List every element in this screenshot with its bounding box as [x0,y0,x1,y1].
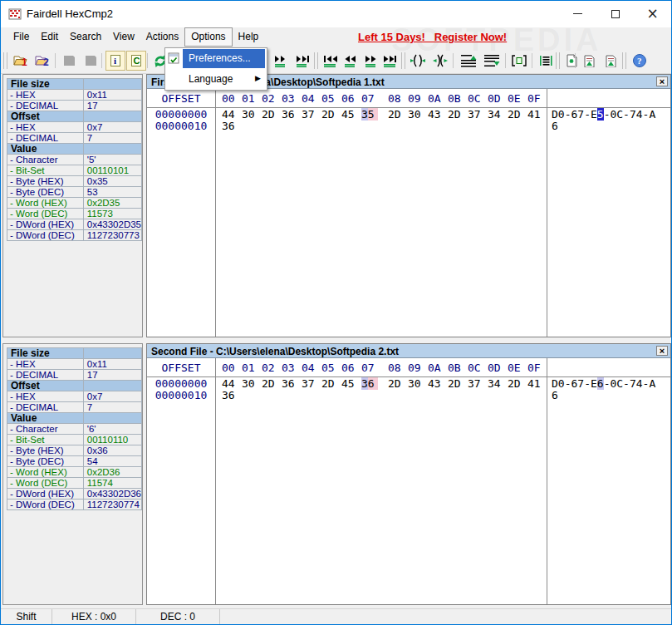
save-file-1-button[interactable] [59,51,79,71]
menu-search[interactable]: Search [64,27,107,47]
open-file-1-button[interactable]: 1 [12,51,32,71]
prev-difference-icon [272,54,289,67]
panel-close-button[interactable]: × [656,346,668,356]
hex-byte[interactable]: 2D [508,377,521,390]
toolbar: 12iC? [1,48,671,74]
preferences-icon [168,52,180,68]
hex-byte[interactable]: 37 [468,108,481,121]
hex-byte[interactable]: 36 [282,108,295,121]
hex-byte[interactable]: 2D [262,108,275,121]
menu-view[interactable]: View [107,27,140,47]
info-section-header: File size [7,348,142,359]
hex-byte[interactable]: 43 [428,108,441,121]
hex-byte[interactable]: 2D [321,377,335,390]
prev-difference-button[interactable] [271,51,291,71]
menu-actions[interactable]: Actions [140,27,184,47]
trial-promo-link[interactable]: Left 15 Days! Register Now! [358,31,507,43]
titlebar: Fairdell HexCmp2 × [1,1,671,27]
toolbar-grip [3,52,7,69]
hex-byte[interactable]: 37 [468,377,481,390]
svg-text:1: 1 [22,57,27,68]
goto-last-button[interactable] [380,51,400,71]
hex-byte[interactable]: 44 [222,377,235,390]
sync-views-1-button[interactable] [408,51,428,71]
block-select-button[interactable] [509,51,529,71]
panel-close-button[interactable]: × [656,76,668,86]
hex-byte[interactable]: 2D [448,377,461,390]
hex-byte[interactable]: 41 [527,108,541,121]
menu-file[interactable]: File [7,27,35,47]
hex-byte[interactable]: 41 [527,377,541,390]
hex-byte[interactable]: 36 [282,377,295,390]
byte-column-header: 09 [408,92,421,105]
byte-column-header: 07 [361,92,375,105]
ascii-text[interactable]: 6 [552,120,558,132]
hex-byte[interactable]: 45 [341,108,355,121]
open-file-2-icon: 2 [34,53,52,68]
info-row: - Byte (DEC)53 [7,187,142,198]
hex-view[interactable]: OFFSET000102030405060708090A0B0C0D0E0F00… [147,358,670,604]
next-difference-button[interactable] [292,51,312,71]
minimize-button[interactable] [559,1,596,27]
ascii-text[interactable]: D0-67-E6-0C-74-A [552,377,655,390]
ascii-text[interactable]: 6 [552,389,558,401]
hex-byte[interactable]: 2D [388,377,401,390]
hex-byte[interactable]: 2D [262,377,275,390]
hex-byte[interactable]: 34 [488,108,501,121]
hex-byte[interactable]: 36 [222,120,235,132]
hex-byte[interactable]: 30 [242,377,255,390]
hex-byte[interactable]: 2D [448,108,461,121]
hex-byte[interactable]: 2D [508,108,521,121]
bytes-per-line-button[interactable] [536,51,556,71]
open-file-2-button[interactable]: 2 [33,51,53,71]
file-info-button[interactable]: i [105,51,125,71]
hex-byte[interactable]: 36 [222,389,235,401]
report-second-button[interactable] [601,51,620,71]
hex-byte[interactable]: 43 [428,377,441,390]
hex-byte[interactable]: 36 [361,377,378,390]
byte-column-header: 05 [321,362,335,374]
scroll-sync-up-button[interactable] [459,51,478,71]
save-file-2-button[interactable] [81,51,101,71]
info-row: - Byte (HEX)0x36 [7,445,142,456]
ascii-text[interactable]: D0-67-E5-0C-74-A [552,108,655,121]
info-label: Offset [7,381,84,391]
hex-byte[interactable]: 44 [222,108,235,121]
byte-column-header: 03 [282,92,295,105]
menu-edit[interactable]: Edit [35,27,64,47]
goto-next-icon [362,54,379,67]
scroll-sync-down-button[interactable] [482,51,502,71]
menu-help[interactable]: Help [233,27,265,47]
byte-column-header: 07 [361,362,375,374]
hex-byte[interactable]: 2D [321,108,335,121]
menu-items: FileEditSearchViewActionsOptionsHelp [7,27,264,48]
hex-byte[interactable]: 37 [302,108,315,121]
horizontal-splitter[interactable] [1,337,671,343]
info-label: - DECIMAL [7,101,84,111]
goto-previous-button[interactable] [341,51,361,71]
report-first-button[interactable] [579,51,599,71]
hex-byte[interactable]: 35 [361,108,378,121]
maximize-button[interactable] [596,1,634,27]
goto-next-button[interactable] [361,51,380,71]
toolbar-grip [622,52,626,69]
toolbar-grip [401,52,405,69]
info-row: - Character'6' [7,424,142,435]
hex-byte[interactable]: 2D [388,108,401,121]
close-button[interactable]: × [634,1,671,27]
goto-first-button[interactable] [321,51,341,71]
help-button[interactable]: ? [630,51,650,71]
menu-item-language[interactable]: Language▶ [165,69,267,90]
hex-byte[interactable]: 30 [408,108,421,121]
menu-item-preferences[interactable]: Preferences... [165,48,267,69]
info-row: - Byte (DEC)54 [7,456,142,467]
menu-options[interactable]: Options [184,27,232,47]
hex-view[interactable]: OFFSET000102030405060708090A0B0C0D0E0F00… [147,89,670,337]
compare-button[interactable]: C [126,51,146,71]
hex-byte[interactable]: 30 [242,108,255,121]
hex-byte[interactable]: 45 [341,377,355,390]
hex-byte[interactable]: 37 [302,377,315,390]
hex-byte[interactable]: 30 [408,377,421,390]
sync-views-2-button[interactable] [430,51,450,71]
hex-byte[interactable]: 34 [488,377,501,390]
